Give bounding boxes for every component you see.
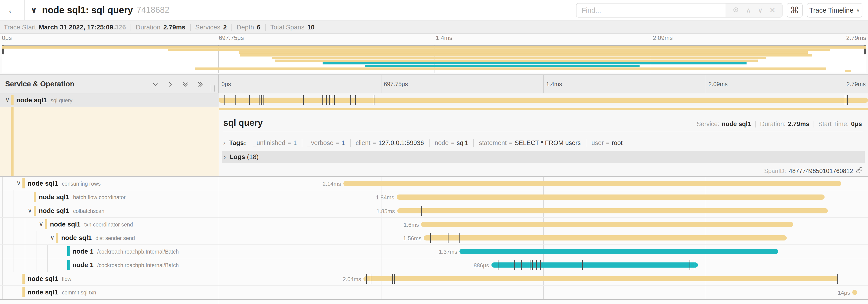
collapse-one-icon[interactable] (151, 80, 159, 89)
span-tree-cell[interactable]: node sql1batch flow coordinator (0, 190, 219, 204)
prev-result-icon[interactable]: ∧ (746, 7, 751, 14)
locate-icon[interactable] (732, 6, 739, 14)
span-row[interactable]: node 1/cockroach.roachpb.Internal/Batch8… (0, 258, 868, 272)
span-duration-bar[interactable] (397, 208, 828, 213)
span-service-name[interactable]: node sql1colbatchscan (39, 207, 104, 214)
logs-count: (18) (247, 153, 258, 160)
span-tree-cell[interactable]: node sql1commit sql txn (0, 285, 219, 299)
span-row[interactable]: node sql1batch flow coordinator1.84ms (0, 190, 868, 204)
span-service-name[interactable]: node sql1consuming rows (28, 180, 101, 187)
log-tick-mark (303, 95, 304, 105)
span-tree-cell[interactable]: ∨node sql1dist sender send (0, 231, 219, 244)
span-service-name[interactable]: node sql1batch flow coordinator (39, 193, 126, 201)
span-duration-bar[interactable] (424, 235, 787, 240)
span-expander-icon[interactable]: ∨ (50, 234, 55, 241)
next-result-icon[interactable]: ∨ (758, 7, 763, 14)
span-tree-cell[interactable]: node sql1flow (0, 272, 219, 285)
span-row[interactable]: ∨node sql1dist sender send1.56ms (0, 231, 868, 245)
span-color-accent (45, 219, 47, 229)
span-duration-bar[interactable] (492, 263, 698, 268)
clear-search-icon[interactable]: ✕ (769, 7, 775, 14)
span-duration-bar[interactable] (397, 195, 825, 200)
span-duration-label: 886μs (474, 262, 489, 269)
trace-collapse-icon[interactable]: ∨ (31, 6, 37, 14)
logs-accordion[interactable]: › Logs (18) (222, 151, 865, 163)
copy-link-icon[interactable] (856, 167, 863, 175)
span-row[interactable]: ∨node sql1txn coordinator send1.6ms (0, 217, 868, 231)
equals-sign: = (451, 140, 454, 146)
span-bar-cell[interactable]: 1.37ms (219, 245, 868, 258)
span-bar-cell[interactable]: 886μs (219, 258, 868, 272)
trace-timeline-view: Service & Operation 0μs 697.75μs 1.4ms 2… (0, 74, 868, 304)
span-expander-icon[interactable]: ∨ (39, 221, 43, 227)
span-bar-cell[interactable]: 1.84ms (219, 190, 868, 204)
equals-sign: = (509, 140, 512, 146)
expand-all-icon[interactable] (196, 80, 204, 89)
expand-one-icon[interactable] (166, 80, 174, 89)
span-service-name[interactable]: node sql1flow (28, 275, 71, 282)
span-bar-cell[interactable]: 1.85ms (219, 204, 868, 217)
span-row[interactable]: ∨node sql1sql query (0, 93, 868, 107)
collapse-all-icon[interactable] (181, 80, 189, 89)
span-duration-label: 1.84ms (376, 194, 394, 201)
span-service-name[interactable]: node sql1sql query (17, 96, 72, 104)
span-tree-cell[interactable]: ∨node sql1txn coordinator send (0, 217, 219, 231)
tag-value: SELECT * FROM users (515, 139, 581, 147)
span-service-name[interactable]: node sql1txn coordinator send (50, 221, 133, 228)
span-operation-name: batch flow coordinator (73, 194, 126, 200)
span-expander-icon[interactable]: ∨ (17, 180, 21, 186)
minimap-canvas[interactable] (2, 45, 866, 73)
span-expander-icon[interactable]: ∨ (5, 97, 10, 103)
span-tree-cell[interactable]: ∨node sql1colbatchscan (0, 204, 219, 217)
trace-id: 7418682 (137, 5, 169, 15)
span-tree-cell[interactable]: node 1/cockroach.roachpb.Internal/Batch (0, 245, 219, 258)
back-button[interactable]: ← (0, 0, 25, 20)
span-row[interactable]: node sql1commit sql txn14μs (0, 285, 868, 299)
span-bar-cell[interactable]: 1.6ms (219, 217, 868, 231)
span-tree-cell[interactable]: node 1/cockroach.roachpb.Internal/Batch (0, 258, 219, 272)
log-tick-mark (374, 95, 374, 105)
tags-label: Tags: (229, 139, 246, 147)
span-bar-cell[interactable] (219, 93, 868, 107)
tags-accordion[interactable]: › Tags: _unfinished=1_verbose=1client=12… (223, 137, 628, 149)
trace-start-value: March 31 2022, 17:25:09 (38, 24, 113, 31)
span-bar-cell[interactable]: 2.14ms (219, 177, 868, 190)
span-expander-icon[interactable]: ∨ (28, 207, 32, 214)
span-color-accent (34, 192, 36, 202)
span-duration-bar[interactable] (852, 290, 857, 295)
column-resizer-grip[interactable] (211, 86, 215, 92)
span-row[interactable]: ∨node sql1colbatchscan1.85ms (0, 204, 868, 217)
span-duration-bar[interactable] (460, 249, 778, 254)
top-bar: ← ∨ node sql1: sql query 7418682 ∧ ∨ ✕ ⌘… (0, 0, 868, 21)
span-service-name[interactable]: node 1/cockroach.roachpb.Internal/Batch (72, 248, 179, 255)
timeline-axis-header: 0μs 697.75μs 1.4ms 2.09ms 2.79ms (219, 74, 868, 93)
span-row[interactable]: node 1/cockroach.roachpb.Internal/Batch1… (0, 245, 868, 258)
tree-guide-line (2, 204, 3, 217)
view-selector-label: Trace Timeline (809, 6, 854, 14)
span-duration-bar[interactable] (364, 276, 838, 281)
span-duration-bar[interactable] (219, 98, 868, 103)
span-row[interactable]: node sql1flow2.04ms (0, 272, 868, 285)
span-bar-cell[interactable]: 1.56ms (219, 231, 868, 244)
view-selector-dropdown[interactable]: Trace Timeline ∨ (807, 3, 862, 18)
span-service-name[interactable]: node sql1dist sender send (61, 234, 135, 242)
span-service-name[interactable]: node 1/cockroach.roachpb.Internal/Batch (72, 261, 179, 269)
span-tree-cell[interactable]: ∨node sql1sql query (0, 93, 219, 107)
tree-guide-line (47, 258, 48, 272)
span-service-name[interactable]: node sql1commit sql txn (28, 289, 96, 296)
span-bar-cell[interactable]: 2.04ms (219, 272, 868, 285)
trace-minimap: 0μs 697.75μs 1.4ms 2.09ms 2.79ms (0, 34, 868, 74)
find-input[interactable] (577, 3, 725, 17)
minimap-tick-0: 0μs (2, 34, 12, 41)
find-group: ∧ ∨ ✕ (576, 3, 782, 18)
trace-start-ms: .326 (113, 24, 126, 31)
log-tick-mark (261, 95, 262, 105)
span-bar-cell[interactable]: 14μs (219, 285, 868, 299)
span-duration-bar[interactable] (343, 181, 841, 186)
panel-divider[interactable] (219, 74, 219, 304)
span-tree-cell[interactable]: ∨node sql1consuming rows (0, 177, 219, 190)
keyboard-shortcuts-button[interactable]: ⌘ (787, 3, 803, 18)
span-duration-bar[interactable] (421, 222, 793, 227)
span-row[interactable]: ∨node sql1consuming rows2.14ms (0, 177, 868, 190)
service-operation-header: Service & Operation (0, 74, 219, 93)
